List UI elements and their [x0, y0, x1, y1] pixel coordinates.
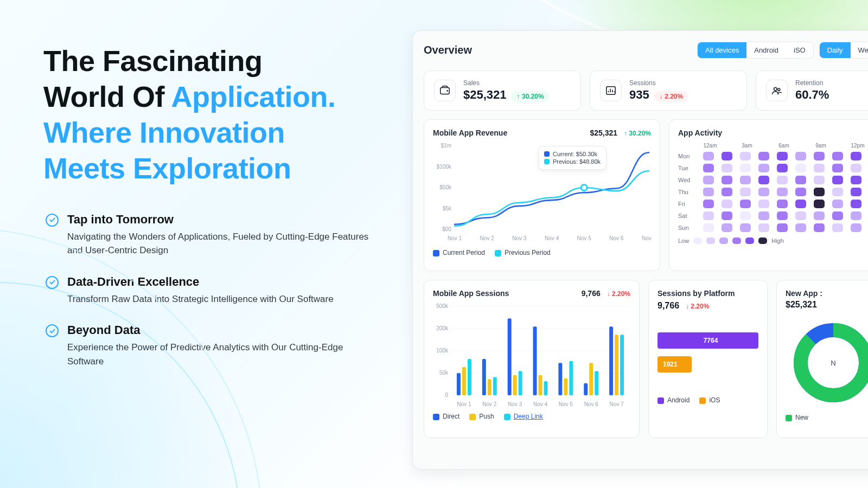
hero-line1: The Fascinating	[43, 44, 263, 77]
stat-delta: ↓ 2.20%	[654, 91, 688, 102]
seg-iso[interactable]: iSO	[786, 42, 813, 58]
svg-text:Nov 2: Nov 2	[482, 401, 497, 407]
svg-rect-46	[564, 378, 567, 395]
check-icon	[46, 324, 59, 337]
seg-android[interactable]: Android	[746, 42, 786, 58]
svg-text:Nov 4: Nov 4	[545, 235, 559, 241]
svg-text:200k: 200k	[436, 325, 449, 331]
svg-text:$00: $00	[442, 226, 451, 232]
svg-text:500k: 500k	[436, 303, 449, 309]
svg-rect-29	[457, 373, 461, 395]
chart-icon	[600, 80, 622, 101]
svg-rect-42	[539, 375, 542, 395]
android-bar: 7764	[658, 332, 758, 349]
panel-metric: $25,321	[786, 300, 817, 309]
svg-rect-43	[544, 381, 548, 395]
svg-point-1	[446, 90, 448, 92]
heatmap-legend: Low High	[678, 237, 868, 244]
hero-line2a: World Of	[43, 80, 171, 113]
stat-sales: Sales $25,321 ↑ 30.20%	[424, 70, 581, 111]
bar-chart-svg: 500k 200k 100k 50k 0 Nov 1Nov 2Nov 3Nov …	[433, 301, 631, 409]
chart-legend: Direct Push Deep Link	[433, 413, 630, 420]
activity-heatmap: App Activity 12am3am6am9am12pmMonTueWedT…	[669, 119, 868, 271]
seg-all-devices[interactable]: All devices	[698, 42, 746, 58]
stat-retention: Retention 60.7%	[756, 70, 868, 111]
svg-text:Nov 4: Nov 4	[533, 401, 548, 407]
svg-text:Nov 3: Nov 3	[512, 235, 527, 241]
feature-sub: Experience the Power of Predictive Analy…	[67, 341, 371, 368]
feature-sub: Transform Raw Data into Strategic Intell…	[67, 292, 334, 306]
svg-point-4	[778, 88, 780, 91]
svg-text:Nov 3: Nov 3	[508, 401, 522, 407]
dashboard-title: Overview	[424, 44, 472, 56]
feature-item: Tap into Tomorrow Navigating the Wonders…	[46, 213, 380, 258]
deep-link[interactable]: Deep Link	[514, 413, 543, 420]
panel-title: New App :	[786, 289, 868, 298]
svg-rect-55	[620, 335, 624, 395]
panel-title: Sessions by Platform	[658, 289, 758, 298]
chart-legend: Current Period Previous Period	[433, 249, 651, 256]
check-icon	[46, 214, 59, 227]
svg-rect-35	[493, 377, 497, 395]
svg-rect-41	[533, 326, 537, 395]
svg-text:Nov 6: Nov 6	[609, 235, 624, 241]
svg-text:100k: 100k	[436, 348, 449, 354]
heatmap-grid: 12am3am6am9am12pmMonTueWedThuFriSatSun	[678, 143, 868, 232]
stat-label: Sessions	[629, 79, 688, 87]
svg-point-17	[581, 185, 587, 191]
check-icon	[46, 276, 59, 289]
panel-metric: 9,766 ↓ 2.20%	[582, 289, 630, 298]
svg-rect-30	[462, 367, 466, 395]
svg-rect-33	[482, 359, 486, 395]
svg-rect-45	[558, 363, 562, 395]
svg-rect-31	[468, 359, 471, 395]
svg-text:Nov 5: Nov 5	[559, 401, 573, 407]
hero-line2b: Application.	[171, 80, 335, 113]
svg-rect-54	[615, 335, 618, 395]
svg-text:$1m: $1m	[441, 143, 451, 149]
feature-title: Beyond Data	[67, 323, 371, 337]
stat-value: 935	[629, 88, 649, 101]
svg-point-3	[774, 88, 777, 91]
svg-text:$5k: $5k	[443, 206, 452, 211]
feature-sub: Navigating the Wonders of Applications, …	[67, 230, 371, 258]
chart-legend: Android iOS	[658, 396, 758, 404]
chart-tooltip: Current: $50.30k Previous: $48.80k	[538, 146, 607, 170]
seg-daily[interactable]: Daily	[820, 42, 851, 58]
stat-value: $25,321	[463, 88, 507, 101]
device-segmented-control: All devices Android iSO	[697, 42, 814, 59]
sessions-bar-chart: Mobile App Sessions 9,766 ↓ 2.20% 500k 2…	[424, 280, 640, 438]
platform-panel: Sessions by Platform 9,766 ↓ 2.20% 7764 …	[648, 280, 768, 438]
wallet-icon	[434, 80, 456, 101]
feature-title: Data-Driven Excellence	[67, 275, 334, 289]
svg-text:Nov 2: Nov 2	[480, 235, 495, 241]
svg-text:$50k: $50k	[439, 184, 452, 190]
svg-text:50k: 50k	[439, 370, 449, 376]
users-icon	[766, 80, 788, 101]
panel-title: App Activity	[678, 129, 868, 137]
feature-list: Tap into Tomorrow Navigating the Wonders…	[43, 213, 380, 369]
svg-text:Nov 6: Nov 6	[584, 401, 599, 407]
donut-chart: N	[790, 319, 868, 406]
stat-sessions: Sessions 935 ↓ 2.20%	[590, 70, 747, 111]
panel-delta: ↑ 30.20%	[624, 130, 651, 137]
feature-title: Tap into Tomorrow	[67, 213, 371, 227]
svg-text:0: 0	[445, 392, 448, 398]
revenue-chart: Mobile App Revenue $25,321 ↑ 30.20% $1m$…	[424, 119, 660, 271]
hero-headline: The Fascinating World Of Application. Wh…	[43, 43, 380, 187]
svg-rect-34	[488, 379, 492, 395]
panel-metric: 9,766 ↓ 2.20%	[658, 301, 709, 310]
hero-line3: Where Innovation	[43, 116, 285, 149]
stat-value: 60.7%	[795, 88, 829, 101]
stat-label: Retention	[795, 79, 829, 87]
panel-metric: $25,321 ↑ 30.20%	[590, 129, 651, 137]
stat-delta: ↑ 30.20%	[511, 91, 550, 102]
ios-bar: 1921	[658, 356, 692, 373]
svg-text:Nov 1: Nov 1	[457, 401, 471, 407]
svg-rect-49	[584, 383, 588, 395]
chart-legend: New	[786, 414, 868, 421]
seg-weekly[interactable]: Weekly	[851, 42, 868, 58]
stat-label: Sales	[463, 79, 550, 87]
dashboard-preview: Overview All devices Android iSO Daily W…	[412, 30, 868, 470]
svg-rect-37	[508, 318, 512, 395]
